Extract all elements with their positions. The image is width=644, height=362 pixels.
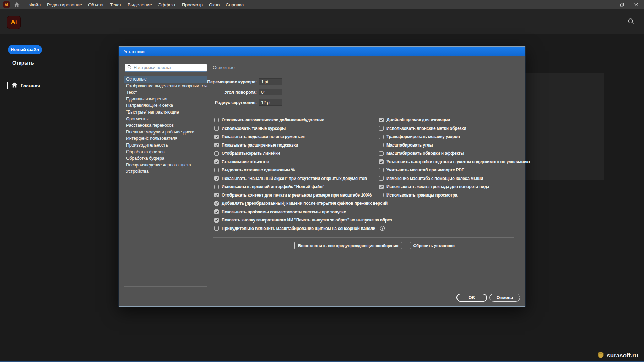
menu-item[interactable]: Просмотр [182, 2, 203, 7]
checkbox-row[interactable]: Использовать японские метки обрезки [379, 126, 530, 131]
checkbox-checked[interactable] [214, 176, 219, 181]
checkbox-checked[interactable] [214, 193, 219, 197]
checkbox-checked[interactable] [379, 159, 384, 164]
checkbox-row[interactable]: Масштабировать обводки и эффекты [379, 151, 530, 156]
checkbox-row[interactable]: Использовать точные курсоры [214, 126, 392, 131]
menu-item[interactable]: Файл [29, 2, 41, 7]
field-row: Угол поворота:0° [204, 89, 282, 95]
search-icon[interactable] [627, 18, 635, 27]
info-icon[interactable] [380, 226, 385, 231]
cancel-button[interactable]: Отмена [489, 294, 520, 302]
checkbox-row[interactable]: Показывать расширенные подсказки [214, 143, 392, 148]
checkbox-row[interactable]: Использовать прежний интерфейс "Новый фа… [214, 184, 392, 189]
menu-item[interactable]: Справка [226, 2, 244, 7]
menu-item[interactable]: Объект [88, 2, 104, 7]
category-item[interactable]: Расстановка переносов [124, 122, 207, 129]
checkbox-row[interactable]: Использовать границы просмотра [379, 193, 530, 198]
category-item[interactable]: Устройства [124, 168, 207, 175]
checkbox-row[interactable]: Изменение масштаба с помощью колеса мыши [379, 176, 530, 181]
menu-item[interactable]: Эффект [158, 2, 176, 7]
checkbox-unchecked[interactable] [214, 118, 219, 122]
menu-item[interactable]: Редактирование [47, 2, 82, 7]
dialog-title: Установки [124, 49, 145, 54]
checkbox-unchecked[interactable] [379, 143, 384, 147]
menu-item[interactable]: Выделение [128, 2, 152, 7]
category-item[interactable]: Воспроизведение черного цвета [124, 162, 207, 169]
checkbox-unchecked[interactable] [379, 193, 384, 197]
checkbox-row[interactable]: Выделять оттенки с одинаковым % [214, 168, 392, 172]
category-item[interactable]: Интерфейс пользователя [124, 135, 207, 142]
category-item[interactable]: Единицы измерения [124, 96, 207, 103]
category-item[interactable]: Текст [124, 89, 207, 96]
checkbox-label: Показывать "Начальный экран" при отсутст… [222, 176, 367, 181]
category-item[interactable]: Обработка файлов [124, 149, 207, 155]
checkbox-row[interactable]: Показывать проблемы совместимости систем… [214, 209, 392, 214]
reset-preferences-button[interactable]: Сбросить установки [410, 242, 458, 249]
category-item[interactable]: Обработка буфера [124, 155, 207, 162]
checkbox-unchecked[interactable] [214, 226, 219, 231]
minimize-button[interactable] [605, 2, 611, 7]
category-item[interactable]: "Быстрые" направляющие [124, 109, 207, 116]
checkbox-label: Использовать жесты трекпада для поворота… [386, 184, 489, 189]
category-item[interactable]: Основные [124, 76, 207, 83]
checkbox-row[interactable]: Отключить автоматическое добавление/удал… [214, 117, 392, 122]
reset-warnings-button[interactable]: Восстановить все предупреждающие сообщен… [294, 242, 402, 249]
checkbox-row[interactable]: Использовать жесты трекпада для поворота… [379, 184, 530, 189]
checkbox-unchecked[interactable] [379, 126, 384, 131]
checkbox-row[interactable]: Принудительно включить масштабирование щ… [214, 226, 392, 231]
checkbox-unchecked[interactable] [379, 176, 384, 181]
preferences-search[interactable] [125, 64, 207, 72]
checkbox-checked[interactable] [379, 118, 384, 122]
checkbox-unchecked[interactable] [379, 151, 384, 156]
checkbox-unchecked[interactable] [214, 126, 219, 131]
dialog-body: ОсновныеОтображение выделения и опорных … [119, 56, 525, 306]
menu-bar: Ai ФайлРедактированиеОбъектТекстВыделени… [0, 0, 644, 9]
field-label: Радиус скругления: [204, 100, 257, 105]
home-icon[interactable] [14, 2, 20, 7]
search-input[interactable] [134, 65, 205, 70]
checkbox-checked[interactable] [214, 209, 219, 214]
checkbox-unchecked[interactable] [379, 135, 384, 139]
menu-item[interactable]: Окно [209, 2, 220, 7]
category-item[interactable]: Отображение выделения и опорных точек [124, 83, 207, 89]
field-row: Перемещение курсора:1 pt [204, 78, 282, 85]
checkbox-row[interactable]: Учитывать масштаб при импорте PDF [379, 168, 530, 172]
checkbox-row[interactable]: Двойной щелчок для изоляции [379, 117, 530, 122]
checkbox-row[interactable]: Отображать контент для печати в реальном… [214, 193, 392, 198]
new-file-button[interactable]: Новый файл [8, 45, 42, 54]
checkbox-row[interactable]: Трансформировать мозаику узоров [379, 134, 530, 139]
checkbox-row[interactable]: Масштабировать углы [379, 143, 530, 148]
checkbox-row[interactable]: Показывать "Начальный экран" при отсутст… [214, 176, 392, 181]
field-input[interactable]: 1 pt [259, 78, 282, 85]
checkbox-checked[interactable] [214, 218, 219, 223]
category-item[interactable]: Производительность [124, 142, 207, 149]
checkbox-checked[interactable] [214, 143, 219, 147]
close-button[interactable] [633, 2, 639, 7]
open-button[interactable]: Открыть [12, 60, 34, 66]
checkbox-checked[interactable] [379, 185, 384, 189]
dialog-titlebar[interactable]: Установки [119, 47, 525, 56]
checkbox-unchecked[interactable] [214, 185, 219, 189]
field-input[interactable]: 0° [259, 89, 282, 95]
checkbox-row[interactable]: Показывать подсказки по инструментам [214, 134, 392, 139]
restore-button[interactable] [619, 2, 625, 7]
checkbox-checked[interactable] [214, 159, 219, 164]
checkbox-row[interactable]: Показать кнопку генеративного ИИ "Печать… [214, 218, 392, 223]
checkbox-unchecked[interactable] [379, 168, 384, 172]
checkbox-row[interactable]: Отобразить/скрыть линейки [214, 151, 392, 156]
checkbox-row[interactable]: Добавлять [преобразованный] к имени посл… [214, 201, 392, 206]
checkbox-unchecked[interactable] [214, 168, 219, 172]
category-item[interactable]: Внешние модули и рабочие диски [124, 129, 207, 136]
checkbox-checked[interactable] [214, 201, 219, 206]
checkbox-row[interactable]: Сглаживание объектов [214, 159, 392, 164]
checkbox-row[interactable]: Установить настройки подгонки с учетом с… [379, 159, 530, 164]
menu-item[interactable]: Текст [110, 2, 121, 7]
illustrator-logo-icon[interactable]: Ai [3, 1, 10, 8]
ok-button[interactable]: OK [456, 294, 487, 302]
field-input[interactable]: 12 pt [259, 99, 282, 106]
category-item[interactable]: Фрагменты [124, 116, 207, 122]
checkbox-unchecked[interactable] [214, 151, 219, 156]
sidebar-item-home[interactable]: Главная [7, 82, 40, 89]
category-item[interactable]: Направляющие и сетка [124, 102, 207, 109]
checkbox-checked[interactable] [214, 135, 219, 139]
